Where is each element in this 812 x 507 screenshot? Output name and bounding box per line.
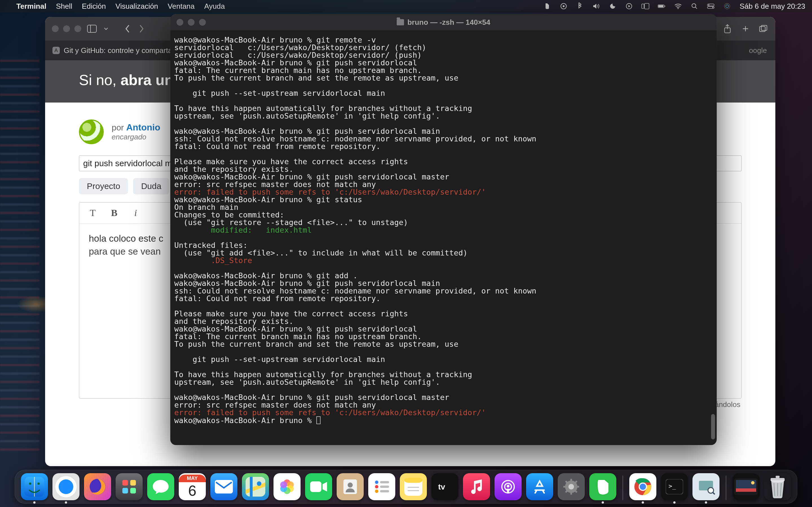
- new-tab-icon[interactable]: [741, 24, 751, 34]
- author-avatar[interactable]: [79, 119, 104, 144]
- menubar-item-edicion[interactable]: Edición: [82, 2, 106, 11]
- menubar-item-shell[interactable]: Shell: [56, 2, 72, 11]
- svg-rect-30: [130, 488, 136, 494]
- siri-icon[interactable]: [723, 2, 731, 10]
- tag-pill-duda[interactable]: Duda: [133, 178, 169, 194]
- bluetooth-icon[interactable]: [576, 2, 584, 10]
- dock-app-settings[interactable]: [558, 473, 585, 500]
- svg-line-66: [575, 481, 577, 483]
- dock-separator: [726, 475, 726, 500]
- calendar-month-label: MAY: [179, 474, 206, 482]
- macos-menubar: Terminal Shell Edición Visualización Ven…: [0, 0, 812, 12]
- editor-bold-button[interactable]: B: [109, 208, 120, 218]
- svg-point-8: [677, 8, 679, 9]
- svg-point-81: [751, 481, 755, 485]
- menubar-app-name[interactable]: Terminal: [16, 2, 46, 11]
- dock-app-calendar[interactable]: MAY 6: [179, 473, 206, 500]
- svg-point-57: [507, 485, 509, 488]
- author-name-link[interactable]: Antonio: [126, 122, 160, 132]
- dock-app-podcasts[interactable]: [495, 473, 522, 500]
- dock-trash[interactable]: [764, 473, 791, 500]
- evernote-menubar-icon[interactable]: [543, 2, 551, 10]
- svg-point-9: [692, 4, 696, 8]
- dock-app-music[interactable]: [463, 473, 490, 500]
- battery-icon[interactable]: [658, 2, 666, 10]
- svg-rect-28: [130, 480, 136, 486]
- svg-line-65: [575, 490, 577, 492]
- editor-italic-button[interactable]: i: [130, 208, 141, 218]
- dock-app-mail[interactable]: [210, 473, 238, 500]
- close-icon[interactable]: [52, 25, 59, 32]
- dock-app-firefox[interactable]: [84, 473, 111, 500]
- dock-app-evernote[interactable]: [589, 473, 616, 500]
- terminal-traffic-lights[interactable]: [176, 19, 206, 25]
- author-role: encargado: [112, 133, 160, 142]
- wifi-icon[interactable]: [674, 2, 682, 10]
- dock-app-facetime[interactable]: [305, 473, 332, 500]
- svg-rect-16: [87, 25, 96, 33]
- dock-app-tv[interactable]: tv: [432, 473, 458, 500]
- scrollbar-thumb[interactable]: [711, 414, 715, 439]
- svg-rect-80: [736, 489, 756, 492]
- airpods-menubar-icon[interactable]: [560, 2, 567, 10]
- editor-title-button[interactable]: T: [87, 208, 98, 218]
- svg-point-11: [708, 4, 709, 6]
- terminal-window[interactable]: bruno — -zsh — 140×54 wako@wakos-MacBook…: [170, 14, 717, 445]
- svg-point-46: [375, 485, 378, 489]
- menubar-clock[interactable]: Sáb 6 de may 20:23: [740, 2, 805, 11]
- terminal-titlebar[interactable]: bruno — -zsh — 140×54: [170, 14, 717, 31]
- svg-line-67: [566, 490, 567, 492]
- svg-rect-47: [380, 486, 389, 488]
- dock-sidecar-tile[interactable]: [732, 473, 760, 500]
- menubar-item-visualizacion[interactable]: Visualización: [116, 2, 158, 11]
- safari-tab-right-peek[interactable]: oogle: [741, 46, 775, 55]
- dock-app-notes[interactable]: [400, 473, 427, 500]
- menubar-item-ventana[interactable]: Ventana: [168, 2, 195, 11]
- svg-point-33: [257, 482, 261, 486]
- dock-app-photos[interactable]: [273, 473, 301, 500]
- tab-overview-icon[interactable]: [758, 24, 769, 34]
- minimize-icon[interactable]: [63, 25, 70, 32]
- zoom-icon[interactable]: [199, 19, 206, 25]
- tag-pill-proyecto[interactable]: Proyecto: [79, 178, 128, 194]
- svg-point-14: [724, 3, 730, 9]
- dock-app-reminders[interactable]: [368, 473, 395, 500]
- svg-rect-51: [404, 478, 422, 483]
- sidebar-icon[interactable]: [87, 24, 97, 34]
- forward-icon[interactable]: [137, 24, 147, 34]
- dock-app-maps[interactable]: [242, 473, 269, 500]
- control-center-icon[interactable]: [707, 2, 715, 10]
- stage-manager-icon[interactable]: [642, 2, 649, 10]
- spotlight-icon[interactable]: [691, 2, 698, 10]
- terminal-scrollbar[interactable]: [711, 31, 716, 443]
- close-icon[interactable]: [176, 19, 183, 25]
- volume-icon[interactable]: [592, 2, 600, 10]
- safari-traffic-lights[interactable]: [52, 25, 81, 32]
- dock-app-launchpad[interactable]: [116, 473, 143, 500]
- share-icon[interactable]: [722, 24, 732, 34]
- dock-app-preview[interactable]: [693, 473, 719, 500]
- dock-app-appstore[interactable]: [526, 473, 553, 500]
- author-by-label: por: [112, 123, 126, 132]
- terminal-output[interactable]: wako@wakos-MacBook-Air bruno % git remot…: [170, 31, 717, 430]
- dock-app-terminal[interactable]: >_: [661, 473, 688, 500]
- screen-mirroring-icon[interactable]: [625, 2, 633, 10]
- dock-app-finder[interactable]: [21, 473, 48, 500]
- svg-rect-6: [658, 5, 663, 7]
- svg-point-13: [712, 7, 713, 8]
- editor-text-line: hola coloco este c: [89, 233, 163, 244]
- dock-app-messages[interactable]: [147, 473, 174, 500]
- zoom-icon[interactable]: [74, 25, 81, 32]
- safari-tab-active[interactable]: A Git y GitHub: controle y comparta su: [45, 41, 190, 60]
- back-icon[interactable]: [122, 24, 133, 34]
- svg-rect-3: [642, 4, 644, 8]
- do-not-disturb-icon[interactable]: [609, 2, 617, 10]
- folder-icon: [397, 19, 404, 25]
- minimize-icon[interactable]: [188, 19, 195, 25]
- menubar-item-ayuda[interactable]: Ayuda: [204, 2, 225, 11]
- dock-app-contacts[interactable]: [337, 473, 364, 500]
- svg-point-48: [375, 490, 378, 493]
- dock-app-safari[interactable]: [52, 473, 80, 500]
- dock-app-chrome[interactable]: [629, 473, 656, 500]
- chevron-down-icon[interactable]: [101, 24, 111, 34]
